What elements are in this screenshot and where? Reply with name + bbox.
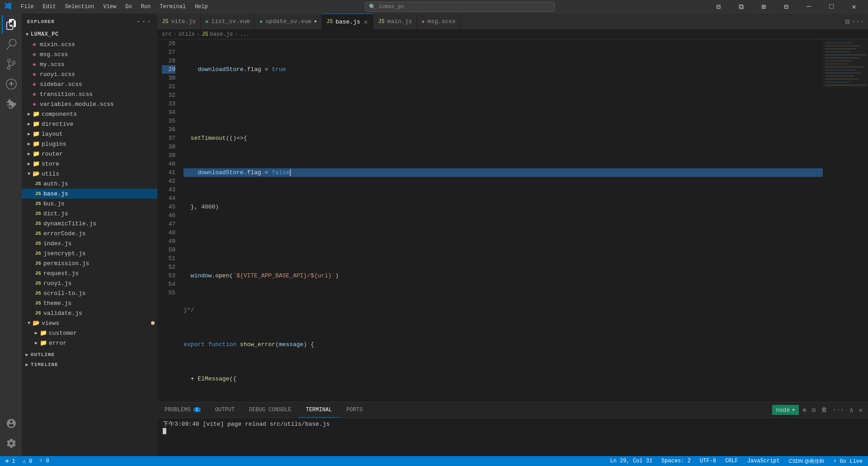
tree-store-folder[interactable]: ▶ 📁 store <box>22 159 157 169</box>
menu-terminal[interactable]: Terminal <box>156 3 189 11</box>
status-git[interactable]: ⑂ 0 <box>38 458 51 464</box>
split-icon[interactable]: ⧉ <box>731 0 751 14</box>
breadcrumb-src[interactable]: src <box>162 31 172 38</box>
status-errors[interactable]: ⊗ 1 <box>4 458 17 465</box>
status-go-live[interactable]: ⚡ Go Live <box>831 458 864 465</box>
chevron-right-icon: ▶ <box>25 150 33 157</box>
search-bar[interactable]: 🔍 lumax_pc <box>365 2 555 12</box>
tree-directive-folder[interactable]: ▶ 📁 directive <box>22 119 157 129</box>
tree-project-root[interactable]: ▼ LUMAX_PC <box>22 29 157 39</box>
status-line-ending[interactable]: CRLF <box>723 458 740 464</box>
close-button[interactable]: ✕ <box>844 0 864 14</box>
tree-outline-section[interactable]: ▶ OUTLINE <box>22 350 157 360</box>
panel-tab-terminal[interactable]: TERMINAL <box>298 402 339 418</box>
status-language[interactable]: JavaScript <box>745 458 782 464</box>
tree-jsencrypt-js[interactable]: JS jsencrypt.js <box>22 248 157 258</box>
more-tabs-button[interactable]: ··· <box>851 18 864 26</box>
code-editor[interactable]: 26 27 28 29 30 31 32 33 34 35 36 37 38 3… <box>157 39 868 402</box>
close-panel-button[interactable]: ✕ <box>857 405 864 415</box>
split-terminal-button[interactable]: ⊟ <box>810 405 817 415</box>
tree-transition-scss[interactable]: ◈ transition.scss <box>22 89 157 99</box>
activity-settings[interactable] <box>2 434 20 452</box>
breadcrumb-js[interactable]: JS <box>202 31 208 38</box>
tree-label: customer <box>49 330 157 337</box>
menu-help[interactable]: Help <box>191 3 212 11</box>
menu-selection[interactable]: Selection <box>61 3 98 11</box>
tab-base-js[interactable]: JS base.js ✕ <box>322 14 373 29</box>
node-dropdown-icon[interactable]: ▾ <box>792 406 795 414</box>
breadcrumb-ellipsis[interactable]: ... <box>240 31 250 38</box>
split-editor-button[interactable]: ⊟ <box>845 17 850 26</box>
tree-variables-scss[interactable]: ◈ variables.module.scss <box>22 99 157 109</box>
tab-close-button[interactable]: ✕ <box>363 17 368 27</box>
status-spaces[interactable]: Spaces: 2 <box>660 458 693 464</box>
tree-validate-js[interactable]: JS validate.js <box>22 308 157 318</box>
panel-tab-ports[interactable]: PORTS <box>339 402 370 418</box>
activity-extensions[interactable] <box>2 95 20 113</box>
status-csdn[interactable]: CSDN @画佳和 <box>787 458 826 465</box>
layout2-icon[interactable]: ⊞ <box>753 0 774 14</box>
panel-tab-problems[interactable]: PROBLEMS 1 <box>157 402 208 418</box>
tab-main-js[interactable]: JS main.js <box>373 14 417 29</box>
activity-search[interactable] <box>2 35 20 53</box>
tree-request-js[interactable]: JS request.js <box>22 268 157 278</box>
menu-go[interactable]: Go <box>122 3 135 11</box>
tree-dynamicTitle-js[interactable]: JS dynamicTitle.js <box>22 219 157 228</box>
layout3-icon[interactable]: ⊟ <box>776 0 797 14</box>
layout-icon[interactable]: ⊟ <box>708 0 729 14</box>
tree-theme-js[interactable]: JS theme.js <box>22 298 157 308</box>
tree-my-scss[interactable]: ◈ my.scss <box>22 59 157 69</box>
minimize-button[interactable]: ─ <box>798 0 819 14</box>
activity-account[interactable] <box>2 414 20 433</box>
status-encoding[interactable]: UTF-8 <box>698 458 718 464</box>
tab-update-sv-vue[interactable]: ◈ update_sv.vue ● <box>255 14 322 29</box>
tree-index-js[interactable]: JS index.js <box>22 238 157 248</box>
menu-file[interactable]: File <box>17 3 38 11</box>
menu-view[interactable]: View <box>99 3 120 11</box>
tab-vite-js[interactable]: JS vite.js <box>157 14 201 29</box>
tree-auth-js[interactable]: JS auth.js <box>22 179 157 189</box>
breadcrumb-basejs[interactable]: base.js <box>210 31 232 38</box>
panel-tab-debug[interactable]: DEBUG CONSOLE <box>242 402 299 418</box>
tree-plugins-folder[interactable]: ▶ 📁 plugins <box>22 139 157 149</box>
menu-run[interactable]: Run <box>137 3 155 11</box>
breadcrumb-utils[interactable]: utils <box>179 31 195 38</box>
status-warnings[interactable]: ⚠ 0 <box>21 458 34 465</box>
tree-components-folder[interactable]: ▶ 📁 components <box>22 109 157 119</box>
trash-icon[interactable]: 🗑 <box>819 405 829 414</box>
tree-bus-js[interactable]: JS bus.js <box>22 199 157 209</box>
tree-mixin-scss[interactable]: ◈ mixin.scss <box>22 39 157 49</box>
tree-ruoyi-scss[interactable]: ◈ ruoyi.scss <box>22 69 157 79</box>
tree-errorCode-js[interactable]: JS errorCode.js <box>22 228 157 238</box>
tab-msg-scss[interactable]: ◈ msg.scss <box>417 14 461 29</box>
status-line-col[interactable]: Ln 29, Col 31 <box>608 458 654 464</box>
activity-explorer[interactable] <box>2 15 20 33</box>
tree-router-folder[interactable]: ▶ 📁 router <box>22 149 157 159</box>
new-terminal-button[interactable]: ⊕ <box>801 405 808 415</box>
tree-timeline-section[interactable]: ▶ TIMELINE <box>22 360 157 370</box>
maximize-button[interactable]: □ <box>821 0 842 14</box>
sidebar-more-button[interactable]: ··· <box>136 17 152 26</box>
tree-customer-folder[interactable]: ▶ 📁 customer <box>22 328 157 338</box>
tree-scroll-to-js[interactable]: JS scroll-to.js <box>22 288 157 298</box>
tree-error-folder[interactable]: ▶ 📁 error <box>22 338 157 348</box>
tree-permission-js[interactable]: JS permission.js <box>22 258 157 268</box>
tree-msg-scss[interactable]: ◈ msg.scss <box>22 49 157 59</box>
panel-tab-output[interactable]: OUTPUT <box>208 402 242 418</box>
tree-ruoyi-js[interactable]: JS ruoyi.js <box>22 278 157 288</box>
tree-dict-js[interactable]: JS dict.js <box>22 209 157 219</box>
tree-utils-folder[interactable]: ▼ 📂 utils <box>22 169 157 179</box>
menu-edit[interactable]: Edit <box>39 3 60 11</box>
tab-list-sv-vue[interactable]: ◈ list_sv.vue <box>201 14 255 29</box>
tree-layout-folder[interactable]: ▶ 📁 layout <box>22 129 157 139</box>
breadcrumb-sep: › <box>174 31 177 38</box>
activity-source-control[interactable] <box>2 55 20 73</box>
activity-run[interactable] <box>2 75 20 93</box>
tree-sidebar-scss[interactable]: ◈ sidebar.scss <box>22 79 157 89</box>
tree-views-folder[interactable]: ▼ 📂 views <box>22 318 157 328</box>
js-icon: JS <box>34 290 42 297</box>
code-content[interactable]: downloadStore.flag = true setTimeout(()=… <box>180 39 823 402</box>
tree-base-js[interactable]: JS base.js <box>22 189 157 199</box>
more-panel-button[interactable]: ··· <box>831 405 846 414</box>
maximize-panel-button[interactable]: ∧ <box>848 405 855 415</box>
